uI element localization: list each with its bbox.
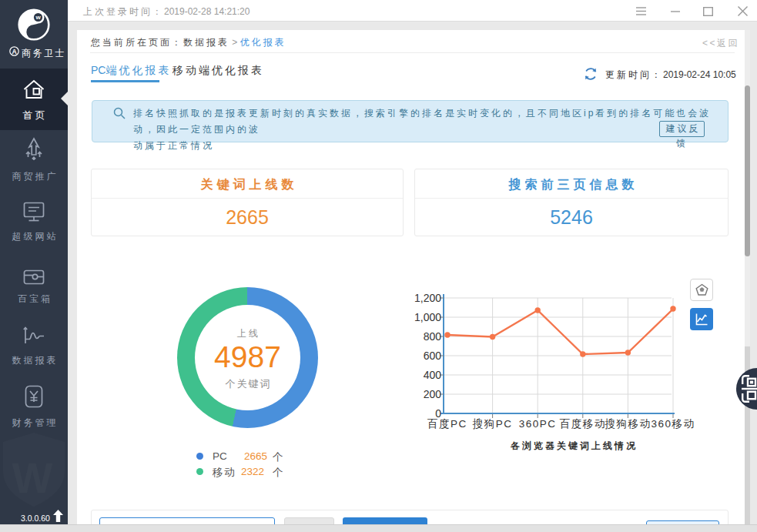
svg-text:360移动: 360移动 (651, 418, 695, 430)
svg-text:搜狗PC: 搜狗PC (472, 418, 513, 430)
svg-text:搜狗移动: 搜狗移动 (604, 418, 651, 430)
svg-text:360PC: 360PC (519, 418, 557, 430)
svg-text:400: 400 (424, 369, 442, 381)
svg-text:800: 800 (424, 330, 442, 343)
svg-text:1,000: 1,000 (414, 311, 441, 323)
svg-text:1,200: 1,200 (414, 292, 441, 304)
svg-text:百度移动: 百度移动 (560, 418, 606, 430)
svg-text:w: w (35, 14, 41, 21)
svg-text:600: 600 (424, 350, 442, 362)
svg-text:200: 200 (424, 388, 442, 400)
svg-text:百度PC: 百度PC (427, 418, 467, 430)
svg-text:A: A (12, 48, 16, 55)
svg-text:W: W (12, 453, 53, 502)
